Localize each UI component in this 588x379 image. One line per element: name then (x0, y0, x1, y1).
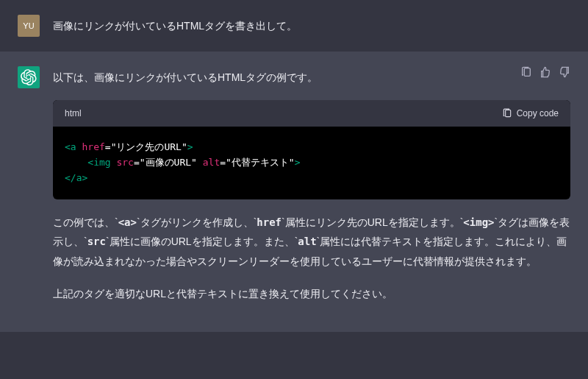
message-actions (520, 66, 570, 78)
copy-code-button[interactable]: Copy code (502, 106, 559, 121)
svg-rect-1 (505, 110, 510, 116)
thumbs-up-icon[interactable] (539, 66, 551, 78)
user-avatar: YU (18, 15, 40, 37)
explanation-text: この例では、`<a>`タグがリンクを作成し、`href`属性にリンク先のURLを… (53, 213, 570, 304)
svg-rect-0 (524, 68, 530, 77)
code-block: html Copy code <a href="リンク先のURL"> <img … (53, 100, 570, 199)
assistant-message-row: 以下は、画像にリンクが付いているHTMLタグの例です。 html Copy co… (0, 52, 588, 332)
code-body: <a href="リンク先のURL"> <img src="画像のURL" al… (53, 127, 570, 199)
code-header: html Copy code (53, 100, 570, 127)
copy-code-label: Copy code (517, 106, 559, 121)
thumbs-down-icon[interactable] (559, 66, 570, 78)
code-language-label: html (65, 106, 82, 121)
user-message-row: YU 画像にリンクが付いているHTMLタグを書き出して。 (0, 0, 588, 52)
user-message-text: 画像にリンクが付いているHTMLタグを書き出して。 (53, 15, 570, 37)
assistant-avatar (18, 66, 40, 88)
assistant-intro-text: 以下は、画像にリンクが付いているHTMLタグの例です。 (53, 69, 570, 87)
clipboard-icon[interactable] (520, 66, 532, 78)
